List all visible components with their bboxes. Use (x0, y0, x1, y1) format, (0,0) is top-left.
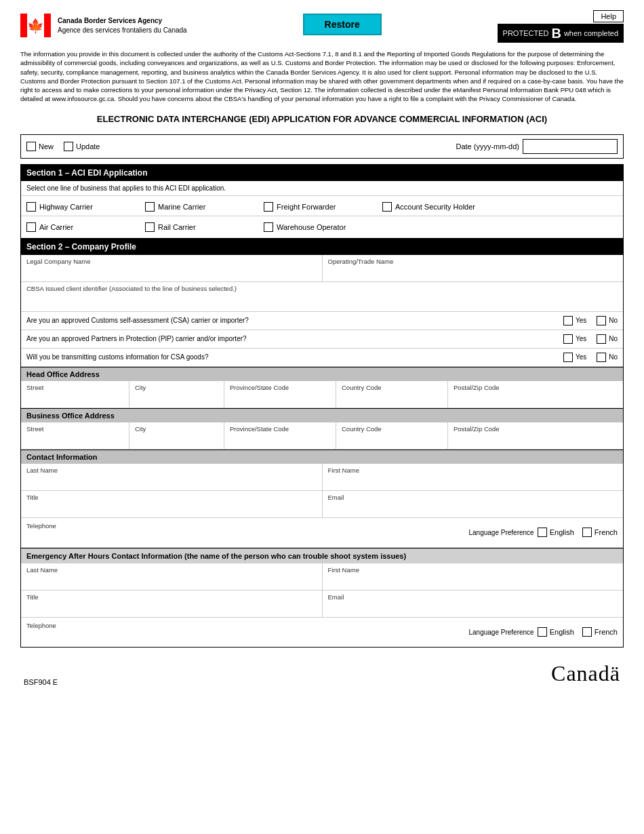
contact-telephone-input[interactable] (26, 531, 380, 543)
account-security-checkbox[interactable] (382, 202, 392, 212)
head-province-input[interactable] (230, 393, 330, 405)
footer: BSF904 E Canadä (20, 661, 624, 686)
biz-province-input[interactable] (230, 434, 330, 446)
csa-goods-no-label: No (609, 353, 618, 361)
freight-forwarder-label: Freight Forwarder (277, 203, 336, 211)
head-province-cell: Province/State Code (224, 381, 336, 408)
warehouse-operator-label: Warehouse Operator (277, 223, 346, 231)
section1-select-text: Select one line of business that applies… (21, 181, 623, 196)
pip-no-item: No (597, 334, 618, 344)
head-city-input[interactable] (135, 393, 218, 405)
emergency-english-label: English (550, 628, 574, 636)
contact-french-item: French (582, 528, 618, 537)
contact-french-checkbox[interactable] (582, 528, 592, 537)
pip-yes-label: Yes (576, 335, 586, 342)
section1: Section 1 – ACI EDI Application Select o… (20, 164, 624, 239)
date-label: Date (yyyy-mm-dd) (456, 142, 519, 151)
freight-forwarder-checkbox[interactable] (264, 202, 273, 212)
pip-no-checkbox[interactable] (597, 334, 606, 344)
contact-lastname-input[interactable] (26, 475, 317, 488)
biz-country-input[interactable] (342, 434, 442, 446)
head-street-cell: Street (21, 381, 129, 408)
contact-telephone-area: Telephone (26, 522, 468, 543)
biz-postal-input[interactable] (454, 434, 618, 446)
emergency-lastname-label: Last Name (26, 566, 317, 574)
biz-city-input[interactable] (135, 434, 218, 446)
emergency-english-checkbox[interactable] (538, 627, 547, 637)
head-office-header: Head Office Address (21, 367, 623, 381)
highway-carrier-checkbox[interactable] (26, 202, 36, 212)
business-office-address-row: Street City Province/State Code Country … (21, 422, 623, 450)
emergency-lang-label: Language Preference (468, 629, 534, 636)
legal-company-cell: Legal Company Name (21, 255, 323, 281)
contact-email-input[interactable] (328, 502, 618, 515)
csa-question-row: Are you an approved Customs self-assessm… (21, 312, 623, 330)
emergency-tel-lang-row: Telephone Language Preference English Fr… (21, 618, 623, 647)
business-types-row1: Highway Carrier Marine Carrier Freight F… (21, 198, 623, 216)
emergency-email-input[interactable] (328, 602, 618, 614)
update-checkbox[interactable] (64, 142, 73, 151)
emergency-lang-options: English French (538, 627, 618, 637)
update-checkbox-item: Update (64, 142, 100, 151)
section1-header: Section 1 – ACI EDI Application (21, 165, 623, 181)
csa-goods-yes-checkbox[interactable] (563, 353, 573, 362)
contact-title-input[interactable] (26, 502, 317, 515)
marine-carrier-checkbox[interactable] (145, 202, 155, 212)
warehouse-operator-checkbox[interactable] (264, 222, 273, 232)
pip-yes-checkbox[interactable] (563, 334, 573, 344)
pip-yes-no: Yes No (563, 334, 618, 344)
form-code: BSF904 E (24, 678, 58, 686)
head-street-input[interactable] (26, 393, 123, 405)
rail-carrier-checkbox[interactable] (145, 222, 155, 232)
csa-goods-yes-no: Yes No (563, 353, 618, 362)
contact-firstname-input[interactable] (328, 475, 618, 488)
pip-yes-item: Yes (563, 334, 586, 344)
contact-title-label: Title (26, 494, 317, 501)
emergency-french-item: French (582, 627, 618, 637)
head-postal-label: Postal/Zip Code (454, 384, 618, 391)
csa-yes-checkbox[interactable] (563, 316, 573, 325)
new-checkbox[interactable] (26, 142, 36, 151)
csa-goods-no-checkbox[interactable] (597, 353, 606, 362)
emergency-lastname-input[interactable] (26, 575, 317, 587)
emergency-telephone-label: Telephone (26, 622, 468, 629)
contact-english-checkbox[interactable] (538, 528, 547, 537)
csa-no-checkbox[interactable] (597, 316, 606, 325)
csa-yes-no: Yes No (563, 316, 618, 325)
contact-title-cell: Title (21, 491, 323, 517)
restore-button[interactable]: Restore (303, 14, 382, 35)
csa-no-item: No (597, 316, 618, 325)
operating-name-input[interactable] (328, 266, 618, 279)
head-country-input[interactable] (342, 393, 442, 405)
cbsa-identifier-label: CBSA Issued client identifier (Associate… (26, 285, 618, 292)
help-button[interactable]: Help (593, 10, 624, 22)
head-postal-input[interactable] (454, 393, 618, 405)
emergency-title-input[interactable] (26, 602, 317, 614)
head-city-label: City (135, 384, 218, 391)
emergency-firstname-input[interactable] (328, 575, 618, 587)
business-types-row2: Air Carrier Rail Carrier Warehouse Opera… (21, 218, 623, 236)
contact-email-label: Email (328, 494, 618, 501)
head-postal-cell: Postal/Zip Code (448, 381, 623, 408)
svg-rect-0 (20, 14, 27, 37)
highway-carrier-label: Highway Carrier (39, 203, 93, 211)
emergency-english-item: English (538, 627, 574, 637)
contact-name-row: Last Name First Name (21, 464, 623, 491)
biz-street-input[interactable] (26, 434, 123, 446)
contact-english-label: English (550, 528, 574, 536)
section2-header: Section 2 – Company Profile (21, 239, 623, 255)
emergency-lang-area: Language Preference English French (468, 627, 618, 637)
emergency-french-checkbox[interactable] (582, 627, 592, 637)
air-carrier-checkbox[interactable] (26, 222, 36, 232)
date-input[interactable] (523, 139, 618, 154)
canada-wordmark: Canadä (551, 661, 620, 686)
svg-text:🍁: 🍁 (27, 18, 44, 34)
emergency-telephone-input[interactable] (26, 631, 380, 643)
emergency-title-label: Title (26, 593, 317, 601)
legal-company-input[interactable] (26, 266, 317, 279)
cbsa-identifier-input[interactable] (26, 296, 381, 309)
canada-flag-icon: 🍁 (20, 10, 51, 41)
emergency-lastname-cell: Last Name (21, 563, 323, 590)
emergency-telephone-area: Telephone (26, 622, 468, 643)
csa-goods-yes-label: Yes (576, 353, 586, 361)
